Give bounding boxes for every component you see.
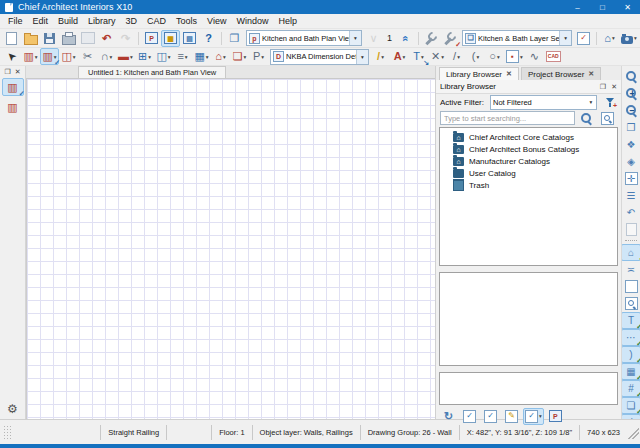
circle-tools-button[interactable]: ○▾ xyxy=(485,48,504,65)
tree-item[interactable]: ⌂Manufacturer Catalogs xyxy=(440,155,617,167)
help-button[interactable]: ? xyxy=(199,30,218,47)
zoom-out-button[interactable]: − xyxy=(621,102,640,119)
line-tools-button[interactable]: /▾ xyxy=(447,48,466,65)
zoom-region-button[interactable] xyxy=(621,295,640,312)
dropdown-arrow-icon[interactable]: ▾ xyxy=(130,54,133,60)
menu-library[interactable]: Library xyxy=(83,16,121,26)
curved-railing-side-button[interactable]: ▥ xyxy=(2,98,24,116)
fill-window-building-button[interactable]: ◈ xyxy=(621,153,640,170)
tab-library-browser[interactable]: Library Browser ✕ xyxy=(439,67,519,80)
marker-tools-button[interactable]: ✕▾ xyxy=(428,48,447,65)
window-tools-button[interactable]: ⊞▾ xyxy=(135,48,154,65)
menu-build[interactable]: Build xyxy=(53,16,83,26)
tab-project-browser[interactable]: Project Browser ✕ xyxy=(521,67,601,80)
undo-button[interactable]: ↶ xyxy=(97,30,116,47)
minimize-button[interactable]: – xyxy=(565,0,590,14)
menu-edit[interactable]: Edit xyxy=(28,16,54,26)
float-panel-icon[interactable]: ❐ xyxy=(4,68,10,76)
close-panel-icon[interactable]: ✕ xyxy=(15,68,21,76)
layout-pages-button[interactable]: ☰ xyxy=(621,187,640,204)
library-search-input[interactable] xyxy=(440,111,575,125)
tree-item[interactable]: Trash xyxy=(440,179,617,191)
dropdown-arrow-icon[interactable]: ▾ xyxy=(73,54,76,60)
toolbar-settings-button[interactable]: ⚙ xyxy=(7,403,18,415)
dimension-tools-button[interactable]: /▾ xyxy=(371,48,390,65)
close-tab-icon[interactable]: ✕ xyxy=(506,70,512,78)
menu-tools[interactable]: Tools xyxy=(171,16,202,26)
wall-tools-button[interactable]: ▥▾ xyxy=(21,48,40,65)
dropdown-arrow-icon[interactable]: ▾ xyxy=(520,54,523,60)
straight-railing-button[interactable]: ▥✓▾ xyxy=(40,48,59,65)
close-panel-icon[interactable]: ✕ xyxy=(611,83,617,91)
layer-set-combo[interactable]: ❏Kitchen & Bath Layer Set▾ xyxy=(462,30,572,46)
arch-tools-button[interactable]: ∩▾ xyxy=(97,48,116,65)
zoom-in-button[interactable]: + xyxy=(621,85,640,102)
dropdown-arrow-icon[interactable]: ▾ xyxy=(110,54,113,60)
dropdown-arrow-icon[interactable]: ▾ xyxy=(476,54,479,60)
select-objects-button[interactable]: ➤ xyxy=(2,48,21,65)
dropdown-arrow-icon[interactable]: ▾ xyxy=(356,50,368,64)
advanced-search-button[interactable] xyxy=(598,110,617,127)
float-panel-icon[interactable]: ❐ xyxy=(600,83,606,91)
arc-tools-button[interactable]: (▾ xyxy=(466,48,485,65)
fill-window-button[interactable]: ❖ xyxy=(621,136,640,153)
view-tab[interactable]: Untitled 1: Kitchen and Bath Plan View xyxy=(78,66,226,78)
dropdown-arrow-icon[interactable]: ▾ xyxy=(349,31,361,45)
door-tools-button[interactable]: ◫▾ xyxy=(154,48,173,65)
zoom-button[interactable] xyxy=(621,68,640,85)
dropdown-arrow-icon[interactable]: ▾ xyxy=(168,54,171,60)
tile-windows-button[interactable]: ▦ xyxy=(161,30,180,47)
dropdown-arrow-icon[interactable]: ▾ xyxy=(457,54,460,60)
maximize-button[interactable]: □ xyxy=(590,0,615,14)
menu-file[interactable]: File xyxy=(3,16,28,26)
layer-display-options-button[interactable]: ✓ xyxy=(574,30,593,47)
up-one-floor-button[interactable]: « xyxy=(396,30,415,47)
dropdown-arrow-icon[interactable]: ▾ xyxy=(441,54,444,60)
plan-window-button[interactable]: P xyxy=(142,30,161,47)
pan-window-button[interactable]: ✛ xyxy=(621,170,640,187)
floor-overview-button[interactable]: ⌂▾ xyxy=(600,30,619,47)
leader-line-button[interactable]: T↘▾ xyxy=(409,48,428,65)
close-button[interactable]: ✕ xyxy=(615,0,640,14)
dropdown-arrow-icon[interactable]: ▾ xyxy=(497,54,500,60)
save-plan-button[interactable] xyxy=(40,30,59,47)
active-filter-combo[interactable]: Not Filtered ▾ xyxy=(490,95,597,110)
active-defaults-button[interactable]: ✓ xyxy=(441,30,460,47)
resize-grip[interactable] xyxy=(627,425,639,439)
saved-plan-view-button[interactable]: ⌂▪ xyxy=(621,244,640,261)
cad-detail-button[interactable]: CAD xyxy=(544,48,563,65)
view-window-button[interactable]: ▤ xyxy=(180,30,199,47)
camera-view-button[interactable]: ▾ xyxy=(619,30,639,47)
tree-item[interactable]: User Catalog xyxy=(440,167,617,179)
dropdown-arrow-icon[interactable]: ▾ xyxy=(244,54,247,60)
dropdown-arrow-icon[interactable]: ▾ xyxy=(381,54,384,60)
menu-cad[interactable]: CAD xyxy=(142,16,171,26)
open-plan-button[interactable] xyxy=(21,30,40,47)
add-catalog-button[interactable]: ✓ xyxy=(460,408,479,425)
tree-item[interactable]: ⌂Chief Architect Core Catalogs xyxy=(440,131,617,143)
cabinet-tools-button[interactable]: ≡▾ xyxy=(173,48,192,65)
close-tab-icon[interactable]: ✕ xyxy=(588,70,594,78)
half-wall-button[interactable]: ▬▾ xyxy=(116,48,135,65)
spline-button[interactable]: ∿ xyxy=(525,48,544,65)
library-preview-button[interactable]: P xyxy=(546,408,565,425)
curved-railing-button[interactable]: ◫▾ xyxy=(59,48,78,65)
new-plan-button[interactable] xyxy=(2,30,21,47)
furnishing-tools-button[interactable]: ⌂▾ xyxy=(211,48,230,65)
dropdown-arrow-icon[interactable]: ▾ xyxy=(612,35,615,41)
refresh-display-button[interactable]: ↶ xyxy=(621,204,640,221)
default-settings-button[interactable] xyxy=(422,30,441,47)
saved-plan-views-button[interactable]: ❐ xyxy=(225,30,244,47)
dimension-defaults-combo[interactable]: DNKBA Dimension Defaults▾ xyxy=(270,49,369,65)
break-line-button[interactable]: ✂ xyxy=(78,48,97,65)
dropdown-arrow-icon[interactable]: ▾ xyxy=(539,413,542,419)
undo-zoom-button[interactable]: ❐ xyxy=(621,119,640,136)
dropdown-arrow-icon[interactable]: ▾ xyxy=(206,54,209,60)
dropdown-arrow-icon[interactable]: ▾ xyxy=(586,96,596,109)
menu-help[interactable]: Help xyxy=(273,16,302,26)
library-folders-button[interactable]: ✓ xyxy=(481,408,500,425)
dropdown-arrow-icon[interactable]: ▾ xyxy=(634,35,637,41)
plan-canvas[interactable] xyxy=(26,79,435,419)
menu-3d[interactable]: 3D xyxy=(121,16,143,26)
plan-view-combo[interactable]: pKitchen and Bath Plan View▾ xyxy=(246,30,362,46)
